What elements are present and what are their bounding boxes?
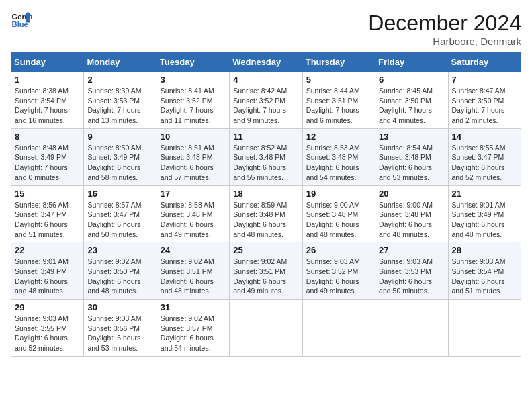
calendar-cell: 5Sunrise: 8:44 AMSunset: 3:51 PMDaylight… [302,72,375,129]
day-info: Sunrise: 8:42 AMSunset: 3:52 PMDaylight:… [233,86,298,126]
calendar-cell: 8Sunrise: 8:48 AMSunset: 3:49 PMDaylight… [11,128,84,185]
day-number: 14 [452,132,517,142]
weekday-header: Saturday [448,53,521,72]
day-info: Sunrise: 8:50 AMSunset: 3:49 PMDaylight:… [87,143,152,183]
day-info: Sunrise: 8:41 AMSunset: 3:52 PMDaylight:… [161,86,226,126]
calendar-cell: 23Sunrise: 9:02 AMSunset: 3:50 PMDayligh… [84,242,157,300]
calendar-cell: 6Sunrise: 8:45 AMSunset: 3:50 PMDaylight… [375,72,448,129]
day-info: Sunrise: 8:56 AMSunset: 3:47 PMDaylight:… [15,200,80,240]
day-number: 1 [15,75,80,85]
day-number: 30 [87,302,152,312]
calendar-cell: 25Sunrise: 9:02 AMSunset: 3:51 PMDayligh… [230,242,302,300]
calendar-cell: 3Sunrise: 8:41 AMSunset: 3:52 PMDaylight… [157,72,229,129]
day-number: 12 [306,132,371,142]
calendar-cell: 31Sunrise: 9:02 AMSunset: 3:57 PMDayligh… [157,300,229,357]
day-number: 29 [15,302,80,312]
day-info: Sunrise: 9:03 AMSunset: 3:56 PMDaylight:… [87,314,152,353]
calendar-cell: 1Sunrise: 8:38 AMSunset: 3:54 PMDaylight… [11,72,84,129]
day-info: Sunrise: 8:51 AMSunset: 3:48 PMDaylight:… [161,143,226,183]
calendar-cell: 21Sunrise: 9:01 AMSunset: 3:49 PMDayligh… [448,185,521,242]
calendar-cell [448,300,521,357]
calendar-cell: 24Sunrise: 9:02 AMSunset: 3:51 PMDayligh… [157,242,229,300]
weekday-header: Tuesday [157,53,229,72]
calendar-cell: 14Sunrise: 8:55 AMSunset: 3:47 PMDayligh… [448,128,521,185]
calendar-cell: 29Sunrise: 9:03 AMSunset: 3:55 PMDayligh… [11,300,84,357]
svg-text:Blue: Blue [12,20,28,28]
day-number: 19 [306,189,371,199]
day-info: Sunrise: 9:01 AMSunset: 3:49 PMDaylight:… [452,200,517,240]
calendar-cell: 4Sunrise: 8:42 AMSunset: 3:52 PMDaylight… [230,72,302,129]
calendar-cell: 11Sunrise: 8:52 AMSunset: 3:48 PMDayligh… [230,128,302,185]
calendar-cell: 28Sunrise: 9:03 AMSunset: 3:54 PMDayligh… [448,242,521,300]
calendar-cell: 9Sunrise: 8:50 AMSunset: 3:49 PMDaylight… [84,128,157,185]
day-info: Sunrise: 8:53 AMSunset: 3:48 PMDaylight:… [306,143,371,183]
calendar-week-row: 15Sunrise: 8:56 AMSunset: 3:47 PMDayligh… [11,185,521,242]
day-info: Sunrise: 9:02 AMSunset: 3:51 PMDaylight:… [233,257,298,296]
day-info: Sunrise: 8:58 AMSunset: 3:48 PMDaylight:… [161,200,226,240]
logo: General Blue [11,11,32,30]
day-info: Sunrise: 8:45 AMSunset: 3:50 PMDaylight:… [379,86,444,126]
day-number: 17 [161,189,226,199]
calendar-cell: 18Sunrise: 8:59 AMSunset: 3:48 PMDayligh… [230,185,302,242]
calendar-cell [375,300,448,357]
day-info: Sunrise: 9:00 AMSunset: 3:48 PMDaylight:… [306,200,371,240]
title-block: December 2024 Harboore, Denmark [368,11,521,47]
calendar-cell: 7Sunrise: 8:47 AMSunset: 3:50 PMDaylight… [448,72,521,129]
calendar-cell: 19Sunrise: 9:00 AMSunset: 3:48 PMDayligh… [302,185,375,242]
day-info: Sunrise: 9:02 AMSunset: 3:51 PMDaylight:… [161,257,226,296]
day-number: 16 [87,189,152,199]
calendar-cell: 30Sunrise: 9:03 AMSunset: 3:56 PMDayligh… [84,300,157,357]
weekday-header: Thursday [302,53,375,72]
logo-icon: General Blue [11,11,32,30]
day-number: 3 [161,75,226,85]
day-number: 9 [87,132,152,142]
day-number: 28 [452,245,517,255]
day-number: 6 [379,75,444,85]
day-number: 23 [87,245,152,255]
day-number: 26 [306,245,371,255]
day-info: Sunrise: 9:03 AMSunset: 3:54 PMDaylight:… [452,257,517,296]
calendar-cell: 26Sunrise: 9:03 AMSunset: 3:52 PMDayligh… [302,242,375,300]
day-number: 11 [233,132,298,142]
weekday-header: Sunday [11,53,84,72]
day-number: 7 [452,75,517,85]
calendar-cell: 2Sunrise: 8:39 AMSunset: 3:53 PMDaylight… [84,72,157,129]
calendar-week-row: 22Sunrise: 9:01 AMSunset: 3:49 PMDayligh… [11,242,521,300]
day-info: Sunrise: 9:00 AMSunset: 3:48 PMDaylight:… [379,200,444,240]
day-number: 20 [379,189,444,199]
day-number: 4 [233,75,298,85]
weekday-header: Monday [84,53,157,72]
location: Harboore, Denmark [368,36,521,47]
day-info: Sunrise: 8:55 AMSunset: 3:47 PMDaylight:… [452,143,517,183]
day-number: 2 [87,75,152,85]
calendar-cell: 10Sunrise: 8:51 AMSunset: 3:48 PMDayligh… [157,128,229,185]
day-info: Sunrise: 9:03 AMSunset: 3:53 PMDaylight:… [379,257,444,296]
day-number: 31 [161,302,226,312]
day-number: 5 [306,75,371,85]
day-info: Sunrise: 8:52 AMSunset: 3:48 PMDaylight:… [233,143,298,183]
day-number: 27 [379,245,444,255]
day-number: 15 [15,189,80,199]
day-number: 22 [15,245,80,255]
day-info: Sunrise: 8:57 AMSunset: 3:47 PMDaylight:… [87,200,152,240]
day-info: Sunrise: 8:54 AMSunset: 3:48 PMDaylight:… [379,143,444,183]
day-info: Sunrise: 8:44 AMSunset: 3:51 PMDaylight:… [306,86,371,126]
calendar-cell: 16Sunrise: 8:57 AMSunset: 3:47 PMDayligh… [84,185,157,242]
day-info: Sunrise: 8:47 AMSunset: 3:50 PMDaylight:… [452,86,517,126]
calendar-cell: 27Sunrise: 9:03 AMSunset: 3:53 PMDayligh… [375,242,448,300]
weekday-header: Friday [375,53,448,72]
calendar-week-row: 8Sunrise: 8:48 AMSunset: 3:49 PMDaylight… [11,128,521,185]
day-info: Sunrise: 9:02 AMSunset: 3:50 PMDaylight:… [87,257,152,296]
day-info: Sunrise: 9:02 AMSunset: 3:57 PMDaylight:… [161,314,226,353]
calendar-table: SundayMondayTuesdayWednesdayThursdayFrid… [11,52,521,357]
calendar-cell: 12Sunrise: 8:53 AMSunset: 3:48 PMDayligh… [302,128,375,185]
day-number: 24 [161,245,226,255]
calendar-cell: 20Sunrise: 9:00 AMSunset: 3:48 PMDayligh… [375,185,448,242]
day-info: Sunrise: 8:38 AMSunset: 3:54 PMDaylight:… [15,86,80,126]
day-number: 13 [379,132,444,142]
day-info: Sunrise: 9:03 AMSunset: 3:55 PMDaylight:… [15,314,80,353]
day-info: Sunrise: 8:39 AMSunset: 3:53 PMDaylight:… [87,86,152,126]
calendar-cell: 13Sunrise: 8:54 AMSunset: 3:48 PMDayligh… [375,128,448,185]
day-info: Sunrise: 8:48 AMSunset: 3:49 PMDaylight:… [15,143,80,183]
month-title: December 2024 [368,11,521,36]
